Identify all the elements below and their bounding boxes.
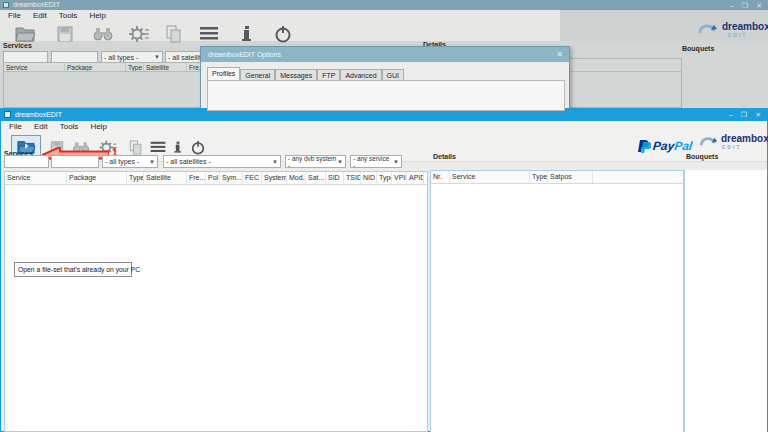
satellite-list-icon[interactable]: [198, 24, 220, 44]
services-table-header: Service Package Type Satellite Fre... Po…: [5, 172, 427, 185]
open-button-tooltip: Open a file-set that's already on your P…: [14, 262, 132, 277]
dreambox-logo-icon: [696, 133, 720, 150]
tab-advanced[interactable]: Advanced: [340, 69, 381, 80]
services-table[interactable]: Service Package Type Satellite Fre... Po…: [4, 171, 428, 432]
open-fileset-icon[interactable]: [14, 24, 36, 44]
dreambox-logo-text: dreambox: [721, 134, 768, 144]
background-window-titlebar: dreamboxEDIT – ❐ ✕: [0, 0, 768, 10]
paypal-icon: [638, 139, 651, 153]
screen: dreamboxEDIT – ❐ ✕ File Edit Tools Help: [0, 0, 768, 432]
window-title: dreamboxEDIT: [15, 108, 62, 121]
info-icon[interactable]: [236, 24, 258, 44]
tab-general[interactable]: General: [240, 69, 275, 80]
profiles-tab-page: [207, 80, 565, 111]
power-icon[interactable]: [272, 24, 294, 44]
menubar: File Edit Tools Help: [3, 122, 113, 131]
dialog-titlebar: dreamboxEDIT Options ✕: [201, 47, 569, 62]
close-icon[interactable]: ✕: [755, 108, 761, 121]
copy-services-icon[interactable]: [163, 24, 185, 44]
dreambox-logo-icon: [694, 20, 720, 38]
details-table-header: Nr. Service Type Satpos: [431, 171, 683, 184]
tab-messages[interactable]: Messages: [275, 69, 317, 80]
package-filter-input[interactable]: [51, 155, 99, 168]
dialog-tabs: Profiles General Messages FTP Advanced G…: [207, 67, 404, 80]
options-dialog: dreamboxEDIT Options ✕ Profiles General …: [200, 46, 570, 110]
paypal-text-pal: Pal: [674, 139, 693, 153]
type-filter-select[interactable]: - all types -▼: [102, 155, 158, 168]
menu-help[interactable]: Help: [84, 122, 112, 131]
bouquets-label: Bouquets: [686, 153, 718, 160]
chevron-down-icon: ▼: [337, 159, 343, 165]
menu-edit[interactable]: Edit: [27, 11, 53, 20]
menubar: File Edit Tools Help: [2, 11, 112, 20]
menu-file[interactable]: File: [2, 11, 27, 20]
dreambox-logo-sub: EDIT: [722, 144, 741, 150]
ftp-binoculars-icon[interactable]: [92, 24, 114, 44]
dvb-system-filter-select[interactable]: - any dvb system -▼: [285, 155, 346, 168]
tab-ftp[interactable]: FTP: [317, 69, 340, 80]
window-title: dreamboxEDIT: [13, 0, 60, 10]
chevron-down-icon: ▼: [149, 159, 155, 165]
dreambox-logo-text: dreambox: [722, 22, 768, 32]
services-label: Services: [3, 42, 32, 49]
settings-gear-icon[interactable]: [128, 24, 150, 44]
paypal-logo[interactable]: PayPal: [638, 139, 692, 153]
close-icon[interactable]: ✕: [556, 47, 563, 62]
restore-icon[interactable]: ❐: [741, 108, 747, 121]
service-filter-input[interactable]: [4, 155, 49, 168]
details-label: Details: [433, 153, 456, 160]
bouquets-label: Bouquets: [682, 45, 714, 52]
menu-tools[interactable]: Tools: [53, 11, 84, 20]
app-icon: [4, 111, 11, 118]
tab-profiles[interactable]: Profiles: [207, 67, 240, 80]
copy-services-icon[interactable]: [127, 139, 145, 156]
save-icon[interactable]: [54, 24, 76, 44]
dialog-title: dreamboxEDIT Options: [208, 47, 281, 62]
app-icon: [3, 2, 9, 8]
info-icon[interactable]: [170, 139, 186, 156]
dreambox-logo-sub: EDIT: [728, 32, 747, 38]
details-table[interactable]: Nr. Service Type Satpos: [430, 170, 684, 432]
chevron-down-icon: ▼: [154, 54, 160, 60]
power-icon[interactable]: [189, 139, 207, 156]
minimize-icon[interactable]: –: [729, 108, 733, 121]
menu-help[interactable]: Help: [83, 11, 111, 20]
menu-edit[interactable]: Edit: [28, 122, 54, 131]
chevron-down-icon: ▼: [393, 159, 399, 165]
bouquets-panel[interactable]: [684, 170, 767, 432]
menu-tools[interactable]: Tools: [54, 122, 85, 131]
paypal-text-pay: Pay: [652, 139, 675, 153]
menu-file[interactable]: File: [3, 122, 28, 131]
window-controls: – ❐ ✕: [729, 108, 761, 121]
main-window: dreamboxEDIT – ❐ ✕ File Edit Tools Help: [0, 108, 768, 432]
chevron-down-icon: ▼: [272, 159, 278, 165]
satellite-list-icon[interactable]: [149, 139, 167, 156]
service-type-filter-select[interactable]: - any service -▼: [350, 155, 402, 168]
satellite-filter-select[interactable]: - all satellites -▼: [163, 155, 281, 168]
menubar-bg: [1, 121, 767, 134]
tab-gui[interactable]: GUI: [382, 69, 404, 80]
